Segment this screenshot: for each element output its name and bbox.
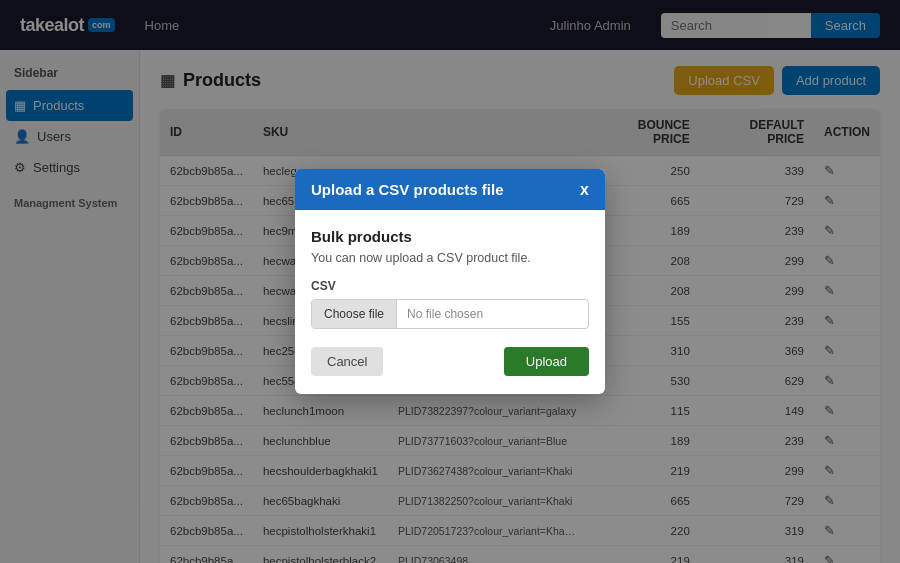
file-input-row: Choose file No file chosen [311,299,589,329]
modal-title: Upload a CSV products file [311,181,504,198]
csv-label: CSV [311,279,589,293]
modal-header: Upload a CSV products file x [295,169,605,210]
upload-button[interactable]: Upload [504,347,589,376]
csv-upload-modal: Upload a CSV products file x Bulk produc… [295,169,605,394]
modal-footer: Cancel Upload [311,347,589,376]
file-name-display: No file chosen [397,300,588,328]
modal-section-title: Bulk products [311,228,589,245]
cancel-button[interactable]: Cancel [311,347,383,376]
choose-file-button[interactable]: Choose file [312,300,397,328]
modal-body: Bulk products You can now upload a CSV p… [295,210,605,394]
modal-close-button[interactable]: x [580,182,589,198]
modal-overlay[interactable]: Upload a CSV products file x Bulk produc… [0,0,900,563]
modal-description: You can now upload a CSV product file. [311,251,589,265]
